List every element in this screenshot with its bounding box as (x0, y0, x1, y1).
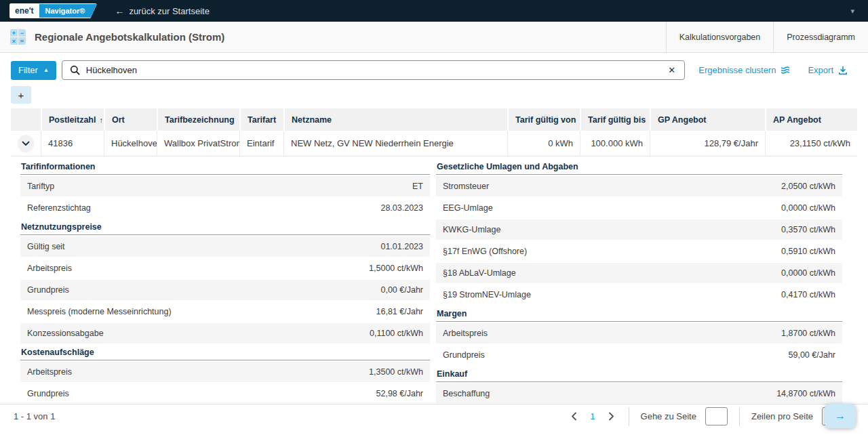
column-header-label: Tarif gültig bis (588, 115, 646, 125)
detail-row: Arbeitspreis1,8700 ct/kWh (436, 323, 842, 344)
column-header[interactable]: Tarifbezeichnung (157, 108, 239, 131)
detail-label: Gültig seit (27, 242, 65, 251)
detail-row: KWKG-Umlage0,3570 ct/kWh (436, 220, 842, 240)
column-header-label: Ort (112, 115, 125, 125)
search-input[interactable] (86, 65, 667, 75)
column-header[interactable]: Tarif gültig von (507, 108, 580, 131)
detail-row: Gültig seit01.01.2023 (20, 236, 430, 257)
result-range-text: 1 - 1 von 1 (14, 411, 55, 421)
pagination-controls: 1 Gehe zu Seite Zeilen pro Seite (568, 407, 854, 426)
current-page-number[interactable]: 1 (590, 411, 595, 421)
title-bar-links: Kalkulationsvorgaben Prozessdiagramm (666, 22, 868, 52)
column-header-label: Tarifart (248, 115, 276, 125)
detail-label: Arbeitspreis (27, 264, 72, 273)
top-navbar: ene't Navigator® ← zurück zur Startseite… (0, 0, 868, 22)
previous-page-button[interactable] (568, 409, 580, 423)
enet-navigator-logo[interactable]: ene't Navigator® (9, 3, 97, 18)
detail-value: 0,1100 ct/kWh (370, 329, 423, 338)
table-cell: NEW Netz, GV NEW Niederrhein Energie (283, 131, 507, 156)
export-label: Export (808, 65, 833, 75)
page-title: Regionale Angebotskalkulation (Strom) (35, 31, 224, 43)
detail-value: 1,8700 ct/kWh (781, 329, 835, 338)
detail-value: ET (412, 182, 423, 191)
table-header-row: Postleitzahl↑OrtTarifbezeichnungTarifart… (11, 108, 857, 131)
pagination-footer: 1 - 1 von 1 1 Gehe zu Seite Zeilen pro S… (0, 404, 868, 428)
detail-value: 0,00 €/Jahr (380, 285, 423, 295)
sort-ascending-icon: ↑ (99, 116, 103, 124)
link-kalkulationsvorgaben[interactable]: Kalkulationsvorgaben (666, 22, 774, 52)
detail-section-heading: Gesetzliche Umlagen und Abgaben (436, 158, 842, 175)
rows-per-page-label: Zeilen pro Seite (751, 411, 813, 421)
add-filter-button[interactable]: + (11, 86, 31, 104)
goto-page-input[interactable] (705, 407, 728, 425)
chevron-right-icon (608, 412, 614, 421)
table-cell: Wallbox PrivatStrom (157, 131, 239, 156)
detail-label: Referenzstichtag (27, 203, 91, 213)
column-header-label: AP Angebot (773, 115, 821, 125)
back-arrow-icon: ← (115, 5, 124, 16)
detail-section-heading: Einkauf (436, 365, 842, 382)
table-cell: Hückelhoven (104, 131, 157, 156)
calculator-icon: + − × = (10, 29, 26, 45)
detail-label: KWKG-Umlage (443, 225, 500, 234)
calc-multiply: × (10, 37, 18, 45)
detail-section-heading: Tarifinformationen (20, 158, 430, 175)
link-prozessdiagramm[interactable]: Prozessdiagramm (773, 22, 868, 52)
detail-value: 2,0500 ct/kWh (781, 182, 835, 191)
detail-label: §17f EnWG (Offshore) (443, 247, 527, 256)
column-header[interactable]: Postleitzahl↑ (41, 108, 104, 131)
detail-value: 1,5000 ct/kWh (369, 264, 423, 273)
calc-plus: + (10, 29, 18, 37)
next-page-button[interactable] (606, 409, 617, 423)
export-link[interactable]: Export (808, 65, 848, 75)
detail-row: Grundpreis0,00 €/Jahr (20, 280, 430, 300)
cluster-results-label: Ergebnisse clustern (698, 65, 776, 75)
detail-label: Grundpreis (443, 350, 485, 360)
clear-search-icon[interactable]: ✕ (667, 65, 677, 75)
column-header[interactable]: Tarif gültig bis (580, 108, 650, 131)
download-icon (838, 66, 848, 75)
filter-button[interactable]: Filter ▲ (11, 61, 56, 80)
layers-stack-icon (781, 66, 790, 75)
logo-product-text: Navigator® (39, 4, 98, 18)
detail-section-heading: Margen (436, 305, 842, 322)
back-to-home-link[interactable]: ← zurück zur Startseite (115, 5, 210, 16)
calc-equals: = (18, 37, 26, 45)
calc-minus: − (18, 29, 26, 37)
detail-row: Arbeitspreis1,5000 ct/kWh (20, 258, 430, 278)
detail-value: 0,5910 ct/kWh (781, 247, 835, 256)
arrow-right-icon: → (835, 410, 846, 422)
detail-label: Beschaffung (443, 389, 490, 398)
detail-row: EEG-Umlage0,0000 ct/kWh (436, 198, 842, 218)
detail-label: Konzessionsabgabe (27, 329, 104, 338)
table-cell: 41836 (41, 131, 104, 156)
detail-label: EEG-Umlage (443, 203, 493, 213)
detail-value: 01.01.2023 (380, 242, 423, 251)
column-header-label: Tarif gültig von (515, 115, 576, 125)
cluster-results-link[interactable]: Ergebnisse clustern (698, 65, 790, 75)
footer-divider (629, 407, 629, 426)
column-header-label: Postleitzahl (49, 115, 96, 125)
detail-row: Grundpreis52,98 €/Jahr (20, 383, 430, 404)
column-header[interactable]: GP Angebot (650, 108, 765, 131)
detail-column-left: TarifinformationenTariftypETReferenzstic… (20, 158, 430, 404)
detail-value: 28.03.2023 (380, 203, 423, 213)
table-row[interactable]: 41836HückelhovenWallbox PrivatStromEinta… (11, 131, 857, 157)
scroll-action-button[interactable]: → (825, 404, 856, 428)
collapse-row-button[interactable] (18, 135, 34, 152)
add-filter-row: + (11, 86, 857, 104)
table-cell: 100.000 kWh (580, 131, 650, 156)
detail-row: Grundpreis59,00 €/Jahr (436, 345, 842, 365)
user-menu-caret-icon[interactable]: ▾ (846, 5, 859, 17)
detail-value: 0,0000 ct/kWh (781, 268, 835, 278)
detail-row: Referenzstichtag28.03.2023 (20, 198, 430, 218)
column-header[interactable]: Tarifart (239, 108, 283, 131)
column-header-label: GP Angebot (658, 115, 707, 125)
detail-value: 0,4170 ct/kWh (781, 290, 835, 299)
column-header[interactable]: Netzname (283, 108, 507, 131)
column-header[interactable]: Ort (104, 108, 157, 131)
chevron-down-icon (22, 141, 30, 146)
search-box: ✕ (62, 60, 685, 80)
table-cell: 23,1150 ct/kWh (765, 131, 857, 156)
column-header[interactable]: AP Angebot (765, 108, 857, 131)
